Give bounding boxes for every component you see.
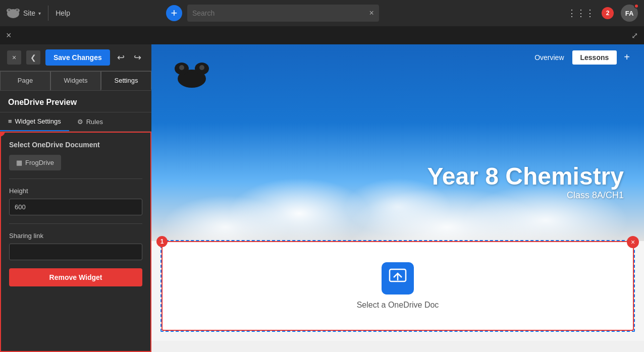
svg-point-3 bbox=[8, 9, 10, 11]
brand-dropdown-icon[interactable]: ▾ bbox=[38, 11, 41, 16]
subtab-rules[interactable]: ⚙ Rules bbox=[69, 112, 111, 131]
avatar-initials: FA bbox=[625, 10, 634, 17]
avatar[interactable]: FA bbox=[621, 5, 638, 22]
frogdrive-button[interactable]: ▦ FrogDrive bbox=[9, 155, 61, 170]
divider-2 bbox=[9, 223, 142, 224]
tab-page[interactable]: Page bbox=[0, 71, 50, 90]
nav-plus-icon[interactable]: + bbox=[620, 49, 634, 65]
widget-area: 1 × Select a OneDrive Doc bbox=[151, 241, 644, 341]
widget-inner: Select a OneDrive Doc bbox=[163, 242, 633, 330]
height-label: Height bbox=[9, 187, 142, 195]
search-input[interactable] bbox=[192, 9, 365, 17]
sidebar: × ❮ Save Changes ↩ ↪ Page Widgets Settin… bbox=[0, 44, 151, 352]
grid-icon[interactable]: ⋮⋮⋮ bbox=[567, 8, 595, 19]
close-panel-icon: × bbox=[12, 53, 16, 62]
tab-widgets[interactable]: Widgets bbox=[50, 71, 101, 90]
onedrive-icon bbox=[382, 262, 414, 295]
content-area: Overview Lessons + Year 8 Chemistry Clas… bbox=[151, 44, 644, 352]
page-tabs: Page Widgets Settings bbox=[0, 71, 151, 91]
add-button[interactable]: + bbox=[166, 5, 182, 21]
divider-1 bbox=[9, 179, 142, 179]
brand-area: Site ▾ bbox=[6, 8, 41, 19]
rules-icon: ⚙ bbox=[77, 118, 83, 126]
settings-panel: 2 Select OneDrive Document ▦ FrogDrive H… bbox=[0, 132, 151, 352]
onedrive-svg bbox=[388, 267, 408, 285]
navbar: Site ▾ Help + × ⋮⋮⋮ 2 FA bbox=[0, 0, 644, 26]
remove-widget-button[interactable]: Remove Widget bbox=[9, 268, 142, 286]
undo-button[interactable]: ↩ bbox=[115, 50, 127, 65]
course-title-block: Year 8 Chemistry Class 8A/CH1 bbox=[427, 162, 624, 201]
course-title: Year 8 Chemistry bbox=[427, 162, 624, 190]
settings-icon: ≡ bbox=[8, 118, 12, 125]
help-link[interactable]: Help bbox=[56, 9, 70, 17]
save-changes-button[interactable]: Save Changes bbox=[45, 49, 110, 66]
collapse-button[interactable]: ❮ bbox=[26, 50, 40, 65]
search-bar: × bbox=[187, 5, 379, 22]
widget-placeholder: 1 × Select a OneDrive Doc bbox=[162, 241, 634, 331]
svg-point-9 bbox=[199, 65, 204, 70]
close-panel-button[interactable]: × bbox=[7, 50, 21, 65]
avatar-notification-dot bbox=[634, 4, 639, 9]
course-header: Overview Lessons + Year 8 Chemistry Clas… bbox=[151, 44, 644, 241]
widget-subtabs: ≡ Widget Settings ⚙ Rules bbox=[0, 112, 151, 132]
nav-lessons[interactable]: Lessons bbox=[572, 50, 617, 65]
frogdrive-label: FrogDrive bbox=[25, 159, 54, 166]
close-icon[interactable]: × bbox=[6, 30, 12, 41]
collapse-icon: ❮ bbox=[30, 53, 36, 62]
tab-settings[interactable]: Settings bbox=[101, 71, 151, 90]
notification-badge[interactable]: 2 bbox=[602, 7, 614, 19]
course-subtitle: Class 8A/CH1 bbox=[427, 190, 624, 201]
sharing-link-input[interactable] bbox=[9, 244, 142, 260]
widget-title: OneDrive Preview bbox=[0, 91, 151, 112]
widget-placeholder-text: Select a OneDrive Doc bbox=[357, 301, 439, 310]
search-clear-icon[interactable]: × bbox=[369, 9, 374, 18]
mascot-svg bbox=[172, 60, 212, 90]
widget-close-button[interactable]: × bbox=[627, 236, 639, 248]
site-label[interactable]: Site bbox=[23, 9, 35, 17]
frog-mascot bbox=[172, 60, 212, 90]
navbar-right: ⋮⋮⋮ 2 FA bbox=[567, 5, 638, 22]
course-nav: Overview Lessons + bbox=[529, 49, 634, 65]
svg-point-8 bbox=[179, 65, 184, 70]
height-input[interactable] bbox=[9, 199, 142, 215]
subtab-settings-label: Widget Settings bbox=[15, 118, 61, 125]
sharing-link-label: Sharing link bbox=[9, 232, 142, 240]
main-layout: × ❮ Save Changes ↩ ↪ Page Widgets Settin… bbox=[0, 44, 644, 352]
subtab-rules-label: Rules bbox=[86, 118, 103, 126]
toolbar: × ❮ Save Changes ↩ ↪ bbox=[0, 44, 151, 71]
subtab-widget-settings[interactable]: ≡ Widget Settings bbox=[0, 112, 69, 131]
widget-step1-badge: 1 bbox=[156, 236, 168, 247]
nav-divider bbox=[48, 6, 48, 21]
close-bar: × ⤢ bbox=[0, 26, 644, 44]
frog-logo-icon bbox=[6, 8, 20, 19]
nav-overview[interactable]: Overview bbox=[529, 50, 569, 65]
redo-button[interactable]: ↪ bbox=[132, 50, 143, 65]
expand-icon[interactable]: ⤢ bbox=[631, 31, 638, 40]
frogdrive-icon: ▦ bbox=[16, 159, 22, 166]
select-doc-label: Select OneDrive Document bbox=[9, 141, 142, 149]
onedrive-icon-symbol bbox=[388, 267, 408, 289]
svg-point-4 bbox=[16, 9, 18, 11]
step2-badge: 2 bbox=[0, 132, 5, 137]
